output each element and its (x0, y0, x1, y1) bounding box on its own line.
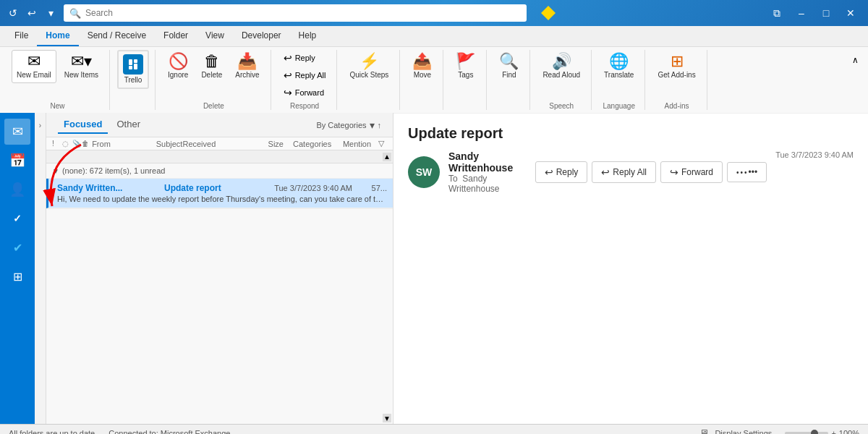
find-button[interactable]: 🔍 Find (494, 50, 524, 83)
maximize-btn[interactable]: □ (814, 3, 838, 23)
zoom-slider[interactable] (785, 432, 828, 435)
search-input[interactable] (85, 8, 521, 18)
email-sender: Sandy Written... (57, 183, 158, 193)
translate-button[interactable]: 🌐 Translate (599, 50, 639, 83)
reading-more-button[interactable]: ••• (727, 162, 767, 182)
translate-icon: 🌐 (609, 54, 629, 69)
reading-reply-button[interactable]: Reply (535, 161, 588, 183)
trello-icon (123, 54, 143, 75)
ribbon-group-find: 🔍 Find (488, 50, 530, 110)
close-btn[interactable]: ✕ (839, 3, 862, 23)
reply-all-button[interactable]: Reply All (278, 67, 331, 83)
archive-button[interactable]: 📥 Archive (230, 50, 264, 83)
nav-apps[interactable]: ⊞ (4, 263, 30, 289)
forward-button[interactable]: Forward (278, 85, 329, 101)
ribbon-group-addins: ⊞ Get Add-ins Add-ins (647, 50, 707, 110)
folder-toggle[interactable]: › (35, 113, 46, 424)
zoom-minus-icon[interactable]: – (778, 429, 782, 435)
quick-steps-button[interactable]: ⚡ Quick Steps (344, 50, 393, 83)
display-settings-icon: 🖥 (699, 427, 709, 434)
col-attach-icon: 📎 (72, 140, 82, 148)
zoom-thumb (811, 430, 818, 435)
col-subject-header[interactable]: Subject (156, 140, 183, 148)
zoom-control: – + 100% (778, 429, 859, 435)
col-filter-icon[interactable]: ▽ (378, 139, 387, 148)
reply-icon (284, 52, 292, 64)
move-button[interactable]: 📤 Move (407, 50, 437, 83)
ignore-button[interactable]: 🚫 Ignore (163, 50, 193, 83)
reading-reply-label: Reply (556, 167, 579, 177)
move-label: Move (414, 71, 431, 80)
reading-reply-all-label: Reply All (613, 167, 647, 177)
display-settings-link[interactable]: Display Settings (715, 429, 772, 435)
get-addins-icon: ⊞ (671, 54, 684, 69)
email-list-pane: Focused Other By Categories ▾ ↑ ! ◌ 📎 🗑 (46, 113, 393, 424)
reading-forward-label: Forward (681, 167, 713, 177)
tab-developer[interactable]: Developer (233, 26, 290, 46)
col-from-header[interactable]: From (92, 140, 156, 148)
reply-button[interactable]: Reply (278, 50, 320, 66)
new-items-button[interactable]: ✉▾ New Items (59, 50, 103, 83)
quick-access-dropdown[interactable]: ▾ (43, 6, 58, 20)
tab-file[interactable]: File (6, 26, 37, 46)
delete-button[interactable]: 🗑 Delete (196, 50, 227, 83)
nav-mail[interactable]: ✉ (4, 119, 30, 145)
tab-folder[interactable]: Folder (155, 26, 197, 46)
col-mention-header[interactable]: Mention (343, 140, 378, 148)
email-timestamp: Tue 3/7/2023 9:40 AM (775, 150, 854, 159)
nav-calendar[interactable]: 📅 (4, 148, 30, 174)
reading-forward-button[interactable]: Forward (660, 161, 723, 183)
nav-check[interactable]: ✔ (4, 234, 30, 260)
read-aloud-icon: 🔊 (552, 54, 571, 69)
col-delete-icon: 🗑 (82, 140, 92, 148)
tab-home[interactable]: Home (37, 26, 78, 46)
email-action-buttons: Reply Reply All Forward ••• (535, 161, 767, 183)
tags-icon: 🚩 (456, 54, 475, 69)
tab-view[interactable]: View (197, 26, 233, 46)
focused-tab[interactable]: Focused (58, 116, 108, 134)
tags-label: Tags (458, 71, 473, 80)
minimize-btn[interactable]: – (790, 3, 813, 23)
find-label: Find (502, 71, 516, 80)
ribbon-group-respond-label: Respond (290, 102, 319, 110)
tags-button[interactable]: 🚩 Tags (451, 50, 480, 83)
col-received-header[interactable]: Received (182, 140, 268, 148)
nav-tasks[interactable]: ✓ (4, 205, 30, 231)
scroll-up-btn[interactable]: ▲ (383, 153, 391, 161)
archive-icon: 📥 (237, 54, 257, 69)
tab-help[interactable]: Help (290, 26, 326, 46)
sender-name: Sandy Writtenhouse (448, 150, 527, 174)
nav-people[interactable]: 👤 (4, 176, 30, 203)
ribbon-group-language: 🌐 Translate Language (593, 50, 645, 110)
reading-pane-title: Update report (408, 125, 854, 142)
scroll-down-btn[interactable]: ▼ (383, 414, 391, 422)
restore-btn[interactable]: ⧉ (765, 3, 788, 23)
ribbon-group-delete-label: Delete (203, 102, 224, 110)
ribbon-content: ✉ New Email ✉▾ New Items New (0, 47, 868, 113)
email-item[interactable]: Sandy Written... Update report Tue 3/7/2… (46, 179, 393, 208)
reading-reply-all-button[interactable]: Reply All (592, 161, 656, 183)
col-categories-header[interactable]: Categories (293, 140, 343, 148)
sort-dropdown[interactable]: By Categories ▾ ↑ (316, 119, 381, 131)
refresh-btn[interactable]: ↺ (6, 6, 20, 20)
get-addins-button[interactable]: ⊞ Get Add-ins (652, 50, 700, 83)
read-aloud-button[interactable]: 🔊 Read Aloud (537, 50, 585, 83)
other-tab[interactable]: Other (111, 116, 146, 134)
new-email-button[interactable]: ✉ New Email (12, 50, 56, 83)
email-group-header[interactable]: ▼ (none): 672 item(s), 1 unread (46, 163, 393, 179)
col-flag-icon: ! (52, 140, 62, 148)
group-chevron-icon: ▼ (52, 167, 59, 175)
undo-btn[interactable]: ↩ (25, 6, 39, 20)
zoom-plus-icon[interactable]: + (831, 429, 835, 435)
ribbon-group-move: 📤 Move (401, 50, 443, 110)
sender-to: To Sandy Writtenhouse (448, 174, 527, 194)
zoom-level: 100% (839, 429, 859, 435)
tab-send-receive[interactable]: Send / Receive (79, 26, 155, 46)
col-size-header[interactable]: Size (268, 140, 293, 148)
reply-label: Reply (295, 54, 315, 62)
reply-all-label: Reply All (295, 71, 326, 80)
collapse-ribbon-button[interactable]: ∧ (848, 53, 862, 67)
trello-button[interactable]: Trello (117, 50, 149, 89)
delete-label: Delete (201, 71, 222, 80)
email-size: 57... (358, 184, 387, 192)
